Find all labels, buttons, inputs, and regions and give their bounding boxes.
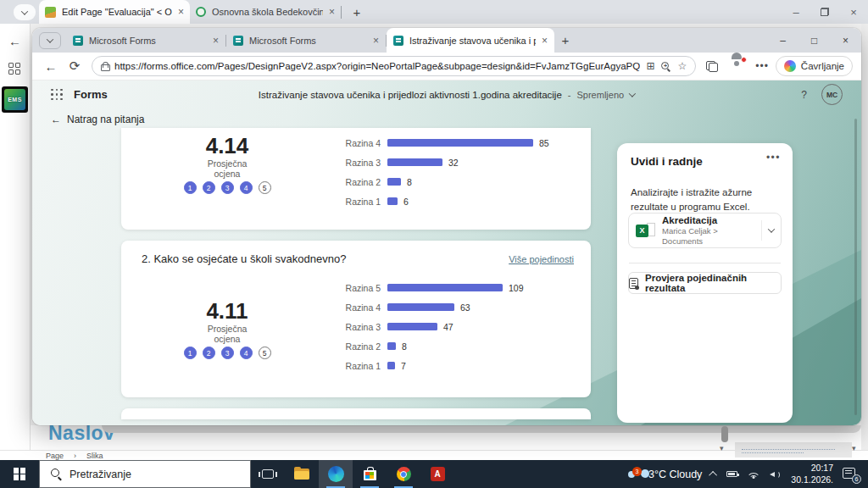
page-scrollbar-track[interactable] bbox=[861, 24, 868, 450]
browser-tab-edit-page[interactable]: Edit Page "Evaluacija" < OŠ Bede × bbox=[39, 0, 190, 24]
minimize-button[interactable]: – bbox=[782, 0, 810, 24]
minimize-button[interactable]: – bbox=[767, 28, 798, 53]
question-card-1: 4.14 Prosječna ocjena 12345 Razina 485Ra… bbox=[121, 128, 591, 230]
rating-circle: 2 bbox=[203, 181, 215, 194]
chart-bar bbox=[387, 158, 442, 166]
action-center-button[interactable]: 6 bbox=[843, 468, 860, 481]
edge-toolbar: ← ⟳ https://forms.office.com/Pages/Desig… bbox=[32, 53, 861, 80]
start-button[interactable] bbox=[0, 460, 39, 488]
tab-title: Microsoft Forms bbox=[249, 36, 367, 46]
scrollbar-thumb[interactable] bbox=[721, 426, 728, 442]
help-button[interactable]: ? bbox=[801, 89, 807, 101]
back-button[interactable]: ← bbox=[41, 59, 61, 74]
edge-tab-survey[interactable]: Istraživanje stavova učenika i prije × bbox=[387, 28, 554, 53]
edge-taskbar-button[interactable] bbox=[319, 460, 353, 488]
scroll-down-icon[interactable]: ▾ bbox=[720, 444, 724, 452]
chrome-taskbar-button[interactable] bbox=[387, 460, 420, 488]
breadcrumb-page[interactable]: Page bbox=[46, 452, 64, 460]
chart-row: Razina 16 bbox=[343, 191, 577, 211]
chrome-icon bbox=[397, 467, 411, 481]
average-label: ocjena bbox=[155, 169, 299, 179]
chart-bar bbox=[387, 342, 396, 350]
back-to-questions-link[interactable]: ← Natrag na pitanja bbox=[51, 114, 144, 125]
volume-icon[interactable] bbox=[770, 470, 782, 479]
ems-label: EMS bbox=[4, 89, 25, 110]
outer-window-controls: – × bbox=[782, 0, 868, 24]
zoom-icon[interactable]: + bbox=[660, 61, 671, 72]
average-label: Prosječna bbox=[155, 158, 299, 169]
store-taskbar-button[interactable] bbox=[353, 460, 387, 488]
task-view-button[interactable] bbox=[251, 460, 285, 488]
tray-expand-icon[interactable] bbox=[709, 471, 717, 480]
chart-category-label: Razina 1 bbox=[343, 361, 381, 371]
edge-tab-forms-1[interactable]: Microsoft Forms × bbox=[66, 28, 225, 53]
maximize-button[interactable]: □ bbox=[798, 28, 830, 53]
rating-circle: 3 bbox=[221, 181, 234, 194]
chevron-down-icon bbox=[21, 8, 28, 14]
rating-circle: 4 bbox=[240, 347, 253, 359]
account-avatar[interactable]: MC bbox=[821, 84, 843, 105]
microsoft-store-icon bbox=[364, 470, 376, 480]
more-details-link[interactable]: Više pojedinosti bbox=[509, 254, 574, 264]
close-tab-icon[interactable]: × bbox=[213, 35, 219, 47]
title-separator: - bbox=[568, 90, 571, 100]
new-tab-button[interactable]: + bbox=[347, 2, 367, 22]
tab-search-button[interactable] bbox=[39, 32, 61, 49]
copilot-button[interactable]: Čavrljanje bbox=[776, 56, 853, 76]
split-screen-icon[interactable]: ⊞ bbox=[646, 60, 654, 72]
chart-bar bbox=[387, 197, 398, 205]
task-view-icon bbox=[262, 469, 274, 479]
chart-bar bbox=[387, 323, 437, 330]
average-label: ocjena bbox=[155, 334, 299, 344]
taskbar-clock[interactable]: 20:17 30.1.2026. bbox=[791, 463, 833, 485]
close-tab-icon[interactable]: × bbox=[373, 35, 379, 47]
collections-icon[interactable] bbox=[706, 61, 718, 72]
chart-bar bbox=[387, 284, 503, 291]
address-bar[interactable]: https://forms.office.com/Pages/DesignPag… bbox=[92, 56, 696, 76]
acrobat-taskbar-button[interactable]: A bbox=[420, 460, 454, 488]
chevron-down-icon[interactable] bbox=[629, 90, 636, 97]
back-icon[interactable]: ← bbox=[8, 34, 21, 48]
check-individual-results-button[interactable]: Provjera pojedinačnih rezultata bbox=[628, 272, 782, 294]
ems-app-icon[interactable]: EMS bbox=[2, 86, 28, 113]
chart-category-label: Razina 3 bbox=[343, 322, 381, 332]
file-explorer-button[interactable] bbox=[285, 460, 319, 488]
close-button[interactable]: × bbox=[830, 28, 861, 53]
wifi-icon[interactable] bbox=[747, 470, 760, 479]
chart-row: Razina 28 bbox=[343, 172, 577, 191]
close-tab-icon[interactable]: × bbox=[542, 35, 548, 47]
breadcrumb-slika[interactable]: Slika bbox=[86, 452, 103, 460]
browser-tab-school-site[interactable]: Osnovna škola Bedekovčina - E × bbox=[190, 0, 341, 24]
refresh-button[interactable]: ⟳ bbox=[64, 58, 85, 74]
close-tab-icon[interactable]: × bbox=[329, 6, 335, 18]
more-options-icon[interactable]: ••• bbox=[766, 152, 781, 164]
question-card-3-partial bbox=[121, 408, 591, 419]
forms-scrollbar[interactable] bbox=[854, 119, 857, 415]
tab-search-button[interactable] bbox=[14, 4, 36, 20]
copilot-label: Čavrljanje bbox=[801, 61, 844, 71]
battery-icon[interactable] bbox=[726, 471, 737, 477]
app-grid-icon[interactable] bbox=[8, 63, 20, 75]
bar-chart: Razina 485Razina 332Razina 28Razina 16 bbox=[343, 133, 577, 211]
profile-avatar[interactable] bbox=[728, 58, 745, 75]
excel-file-card[interactable]: X Akreditacija Marica Celjak > Documents bbox=[628, 213, 782, 248]
button-label: Provjera pojedinačnih rezultata bbox=[645, 273, 781, 293]
taskbar-search[interactable]: Pretraživanje bbox=[39, 460, 251, 488]
restore-button[interactable] bbox=[810, 0, 839, 24]
new-tab-button[interactable]: + bbox=[554, 33, 576, 47]
weather-text[interactable]: 3°C Cloudy bbox=[648, 469, 702, 480]
waffle-icon[interactable] bbox=[51, 89, 63, 101]
edge-tab-forms-2[interactable]: Microsoft Forms × bbox=[226, 28, 386, 53]
close-button[interactable]: × bbox=[839, 0, 868, 24]
favorite-star-icon[interactable]: ☆ bbox=[677, 60, 687, 72]
rating-circle: 3 bbox=[221, 347, 234, 359]
notification-dot bbox=[741, 57, 747, 63]
file-dropdown[interactable] bbox=[761, 220, 774, 241]
scroll-down-icon[interactable]: ▾ bbox=[852, 444, 856, 452]
chart-category-label: Razina 1 bbox=[343, 197, 381, 207]
close-tab-icon[interactable]: × bbox=[178, 6, 184, 18]
chart-value: 7 bbox=[401, 361, 406, 371]
chevron-down-icon bbox=[47, 36, 53, 42]
more-options-icon[interactable]: ••• bbox=[755, 60, 769, 72]
search-placeholder: Pretraživanje bbox=[70, 469, 131, 480]
